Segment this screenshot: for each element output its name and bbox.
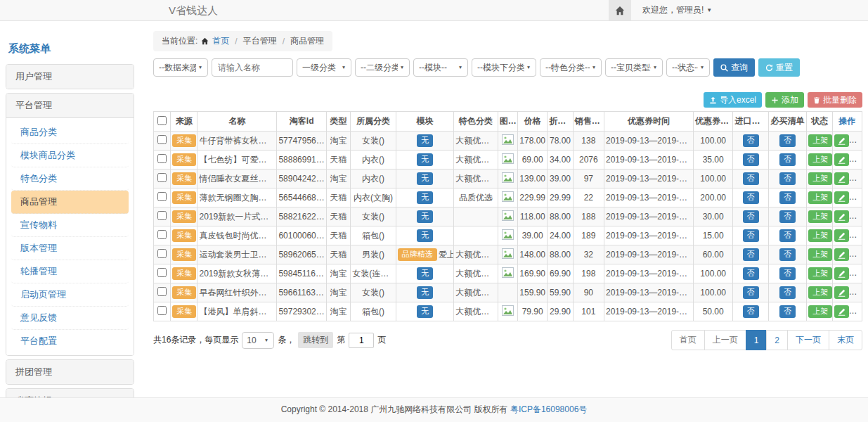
no-badge[interactable]: 否 <box>743 210 759 223</box>
product-thumbnail-icon <box>502 134 514 145</box>
sidebar-section-拼团管理[interactable]: 拼团管理 <box>6 360 134 384</box>
no-badge[interactable]: 否 <box>779 172 796 185</box>
no-badge[interactable]: 否 <box>743 286 759 299</box>
row-checkbox[interactable] <box>157 135 167 144</box>
select-all-checkbox[interactable] <box>157 116 167 125</box>
icp-link[interactable]: 粤ICP备16098006号 <box>510 404 587 414</box>
row-checkbox[interactable] <box>157 287 167 296</box>
sidebar-item-意见反馈[interactable]: 意见反馈 <box>11 307 129 330</box>
edit-button[interactable] <box>834 210 849 223</box>
breadcrumb-home-link[interactable]: 首页 <box>212 35 229 47</box>
sidebar-item-版本管理[interactable]: 版本管理 <box>11 237 129 260</box>
category-cell: 女装() <box>351 132 396 151</box>
name-search-input[interactable] <box>212 58 293 77</box>
no-badge[interactable]: 否 <box>743 248 759 261</box>
edit-button[interactable] <box>834 191 849 204</box>
sidebar-item-轮播管理[interactable]: 轮播管理 <box>11 260 129 283</box>
status-badge[interactable]: 上架 <box>808 248 832 261</box>
breadcrumb-item: 商品管理 <box>290 35 324 47</box>
sidebar-item-特色分类[interactable]: 特色分类 <box>11 167 129 191</box>
row-checkbox[interactable] <box>157 211 167 220</box>
row-checkbox[interactable] <box>157 268 167 277</box>
sidebar-item-平台配置[interactable]: 平台配置 <box>11 330 129 352</box>
status-badge[interactable]: 上架 <box>808 191 832 204</box>
status-badge[interactable]: 上架 <box>808 267 832 280</box>
jump-page-input[interactable] <box>349 333 374 348</box>
edit-button[interactable] <box>834 153 849 166</box>
sidebar-item-商品分类[interactable]: 商品分类 <box>11 121 129 144</box>
add-button[interactable]: 添加 <box>765 92 804 108</box>
row-checkbox[interactable] <box>157 173 167 182</box>
edit-button[interactable] <box>834 305 849 318</box>
row-checkbox[interactable] <box>157 154 167 163</box>
page-button-2[interactable]: 2 <box>766 330 788 350</box>
page-button-末页[interactable]: 末页 <box>829 330 862 350</box>
no-badge[interactable]: 否 <box>779 305 796 318</box>
row-checkbox[interactable] <box>157 230 167 239</box>
no-badge[interactable]: 否 <box>743 191 759 204</box>
page-button-上一页[interactable]: 上一页 <box>704 330 746 350</box>
no-badge[interactable]: 否 <box>779 210 796 223</box>
no-badge[interactable]: 否 <box>743 172 759 185</box>
status-badge[interactable]: 上架 <box>808 305 832 318</box>
no-badge[interactable]: 否 <box>779 267 796 280</box>
row-checkbox[interactable] <box>157 306 167 315</box>
no-badge[interactable]: 否 <box>743 267 759 280</box>
page-button-首页[interactable]: 首页 <box>671 330 705 350</box>
edit-button[interactable] <box>834 286 849 299</box>
edit-button[interactable] <box>834 267 849 280</box>
edit-button[interactable] <box>834 172 849 185</box>
status-badge[interactable]: 上架 <box>808 134 832 147</box>
filter-select-二级分类[interactable]: --二级分类-- <box>355 58 410 77</box>
filter-select-模块[interactable]: --模块-- <box>413 58 468 77</box>
status-badge[interactable]: 上架 <box>808 229 832 242</box>
edit-button[interactable] <box>834 229 849 242</box>
status-badge[interactable]: 上架 <box>808 210 832 223</box>
sidebar-item-宣传物料[interactable]: 宣传物料 <box>11 214 129 237</box>
no-badge[interactable]: 否 <box>779 286 796 299</box>
no-badge[interactable]: 否 <box>743 229 759 242</box>
status-badge[interactable]: 上架 <box>808 286 832 299</box>
filter-select-数据来源[interactable]: --数据来源-- <box>153 58 208 77</box>
import-excel-button[interactable]: 导入excel <box>704 92 762 108</box>
status-badge[interactable]: 上架 <box>808 153 832 166</box>
user-menu[interactable]: 欢迎您，管理员! ▼ <box>642 4 712 16</box>
no-badge[interactable]: 否 <box>743 305 759 318</box>
no-badge[interactable]: 否 <box>779 248 796 261</box>
no-badge[interactable]: 否 <box>743 153 759 166</box>
filter-select-特色分类[interactable]: --特色分类-- <box>540 58 602 77</box>
page-size-select[interactable]: 10 <box>242 332 274 349</box>
sidebar-item-启动页管理[interactable]: 启动页管理 <box>11 283 129 307</box>
discount-price-cell: 78.00 <box>548 132 573 151</box>
no-badge[interactable]: 否 <box>779 153 796 166</box>
sidebar-item-商品管理[interactable]: 商品管理 <box>11 191 129 214</box>
no-badge[interactable]: 否 <box>743 134 759 147</box>
edit-button[interactable] <box>834 248 849 261</box>
search-button[interactable]: 查询 <box>713 58 755 77</box>
no-badge[interactable]: 否 <box>779 191 796 204</box>
sidebar-section-用户管理[interactable]: 用户管理 <box>6 65 134 89</box>
filter-select-模块下分类[interactable]: --模块下分类-- <box>472 58 536 77</box>
reset-button[interactable]: 重置 <box>758 58 800 77</box>
sidebar-item-模块商品分类[interactable]: 模块商品分类 <box>11 144 129 167</box>
sidebar-section-平台管理[interactable]: 平台管理 <box>6 94 134 117</box>
status-badge[interactable]: 上架 <box>808 172 832 185</box>
coupon-time-cell: 2019-09-13—2019-09-18 <box>604 151 693 170</box>
edit-icon <box>838 156 846 164</box>
batch-delete-button[interactable]: 批量删除 <box>808 92 862 108</box>
row-checkbox[interactable] <box>157 249 167 258</box>
no-badge[interactable]: 否 <box>779 229 796 242</box>
no-badge[interactable]: 否 <box>779 134 796 147</box>
filter-select-状态[interactable]: --状态-- <box>666 58 710 77</box>
price-cell: 178.00 <box>518 132 548 151</box>
edit-button[interactable] <box>834 134 849 147</box>
home-button[interactable] <box>609 0 631 20</box>
taoke-id-cell: 589042420344 <box>277 170 327 188</box>
row-checkbox[interactable] <box>157 192 167 201</box>
module-cell-td: 无 <box>396 302 454 321</box>
filter-select-一级分类[interactable]: 一级分类 <box>297 58 351 77</box>
type-cell: 天猫 <box>326 245 350 264</box>
page-button-1[interactable]: 1 <box>746 330 767 350</box>
page-button-下一页[interactable]: 下一页 <box>787 330 829 350</box>
filter-select-宝贝类型[interactable]: --宝贝类型-- <box>605 58 663 77</box>
